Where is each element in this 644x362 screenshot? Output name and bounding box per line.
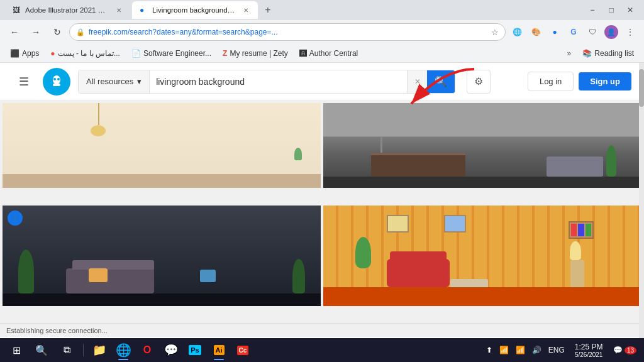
lock-icon: 🔒 <box>76 28 85 36</box>
login-button[interactable]: Log in <box>528 72 574 91</box>
network-activity-icon[interactable]: 📶 <box>497 344 511 356</box>
bookmark-star-icon[interactable]: ☆ <box>491 28 499 37</box>
volume-icon[interactable]: 🔊 <box>530 344 544 356</box>
auth-buttons: Log in Sign up <box>528 72 631 91</box>
bookmarks-more-button[interactable]: » <box>562 47 577 60</box>
filter-button[interactable]: ⚙ <box>467 70 491 94</box>
svg-rect-4 <box>53 84 60 86</box>
status-text: Establishing secure connection... <box>6 327 108 334</box>
scrollbar-track <box>639 63 644 338</box>
ai-icon: Ai <box>214 345 225 355</box>
image-grid: 👤 <box>0 101 644 323</box>
address-bar[interactable]: 🔒 freepik.com/search?dates=any&format=se… <box>69 23 506 41</box>
image-card-3[interactable]: 👤 <box>3 206 321 306</box>
bookmark-favicon-1: ● <box>50 49 55 58</box>
reading-list-button[interactable]: 📚 Reading list <box>577 47 639 60</box>
taskbar-chrome[interactable]: 🌐 <box>113 339 134 361</box>
ext-translate-btn[interactable]: 🌐 <box>508 23 526 41</box>
resource-type-dropdown[interactable]: All resources ▾ <box>79 70 150 93</box>
back-button[interactable]: ← <box>5 23 24 41</box>
tab-freepik[interactable]: ● Livingroom background Vectors... ✕ <box>132 1 258 19</box>
bookmark-software-label: Software Engineer... <box>143 49 211 58</box>
extension-icons: 🌐 🎨 ● G 🛡 👤 ⋮ <box>508 23 639 41</box>
tab-title-freepik: Livingroom background Vectors... <box>152 6 235 14</box>
tab-illustrator[interactable]: 🖼 Adobe Illustrator 2021 v25.2.3.2... ✕ <box>5 1 131 19</box>
freepik-logo[interactable] <box>43 68 70 96</box>
bookmark-contact1[interactable]: ● تماس با ما - پست... <box>45 47 125 60</box>
taskbar-whatsapp[interactable]: 💬 <box>160 339 182 361</box>
windows-taskbar: ⊞ 🔍 ⧉ 📁 🌐 O 💬 Ps Ai Cc ⬆ 📶 📶 🔊 ENG 1:25 … <box>0 338 644 362</box>
reading-list-icon: 📚 <box>582 49 592 58</box>
system-clock[interactable]: 1:25 PM 5/26/2021 <box>571 341 607 359</box>
image-card-1[interactable] <box>3 103 321 188</box>
cc-icon: Cc <box>237 346 249 355</box>
start-button[interactable]: ⊞ <box>5 339 28 361</box>
bookmark-apps-label: Apps <box>22 49 39 58</box>
language-indicator[interactable]: ENG <box>546 344 567 356</box>
clock-time: 1:25 PM <box>575 343 603 351</box>
bookmark-zety-label: My resume | Zety <box>230 49 287 58</box>
bookmark-favicon-software: 📄 <box>131 49 141 58</box>
ext-blue-btn[interactable]: ● <box>546 23 564 41</box>
reload-button[interactable]: ↻ <box>48 23 67 41</box>
taskbar-photoshop[interactable]: Ps <box>184 339 206 361</box>
ext-color-btn[interactable]: 🎨 <box>527 23 545 41</box>
taskbar-cc[interactable]: Cc <box>232 339 253 361</box>
freepik-header: ☰ All resources ▾ ✕ 🔍 ⚙ Log in <box>0 63 644 101</box>
browser-menu-button[interactable]: ⋮ <box>621 23 639 41</box>
bookmark-favicon-amazon: 🅰 <box>299 49 307 58</box>
tab-favicon-freepik: ● <box>140 6 148 14</box>
chrome-icon: 🌐 <box>116 343 131 358</box>
maximize-button[interactable]: □ <box>602 1 620 19</box>
bookmark-contact1-label: تماس با ما - پست... <box>58 49 120 58</box>
bookmark-zety[interactable]: Z My resume | Zety <box>218 47 293 60</box>
image-card-4[interactable] <box>323 206 641 306</box>
tab-close-freepik[interactable]: ✕ <box>242 6 250 14</box>
ext-shield-btn[interactable]: 🛡 <box>584 23 601 41</box>
signup-button[interactable]: Sign up <box>579 72 631 90</box>
taskbar-separator <box>83 344 84 356</box>
apps-grid-icon: ⬛ <box>10 49 19 58</box>
bookmark-amazon-label: Author Central <box>309 49 358 58</box>
up-arrow-icon[interactable]: ⬆ <box>484 344 495 356</box>
wifi-icon[interactable]: 📶 <box>513 344 528 356</box>
files-icon: 📁 <box>92 343 106 357</box>
freepik-menu-button[interactable]: ☰ <box>13 70 35 93</box>
taskbar-system-tray: ⬆ 📶 📶 🔊 ENG 1:25 PM 5/26/2021 💬 13 <box>484 341 639 359</box>
resource-type-label: All resources <box>86 77 133 86</box>
close-button[interactable]: ✕ <box>621 1 639 19</box>
notification-button[interactable]: 💬 13 <box>611 344 639 356</box>
bookmark-apps[interactable]: ⬛ Apps <box>5 47 44 60</box>
whatsapp-icon: 💬 <box>164 343 178 357</box>
scrollbar-thumb[interactable] <box>639 69 644 107</box>
dropdown-arrow-icon: ▾ <box>137 77 142 86</box>
bookmark-software-engineer[interactable]: 📄 Software Engineer... <box>126 47 216 60</box>
taskbar-illustrator[interactable]: Ai <box>208 339 230 361</box>
svg-point-2 <box>53 78 56 80</box>
ext-user-btn[interactable]: 👤 <box>602 23 620 41</box>
status-bar: Establishing secure connection... <box>0 323 644 337</box>
freepik-search-input[interactable] <box>150 70 407 93</box>
title-bar: 🖼 Adobe Illustrator 2021 v25.2.3.2... ✕ … <box>0 0 644 20</box>
image-card-2[interactable] <box>323 103 641 188</box>
ext-g-btn[interactable]: G <box>565 23 582 41</box>
search-clear-button[interactable]: ✕ <box>407 70 427 93</box>
tab-close-illustrator[interactable]: ✕ <box>114 6 123 14</box>
webpage-content: ☰ All resources ▾ ✕ 🔍 ⚙ Log in <box>0 63 644 338</box>
forward-button[interactable]: → <box>26 23 45 41</box>
tab-title-illustrator: Adobe Illustrator 2021 v25.2.3.2... <box>25 6 108 14</box>
window-controls: − □ ✕ <box>584 1 639 19</box>
nav-bar: ← → ↻ 🔒 freepik.com/search?dates=any&for… <box>0 20 644 44</box>
task-view-button[interactable]: ⧉ <box>55 339 78 361</box>
search-submit-button[interactable]: 🔍 <box>427 70 455 93</box>
taskbar-files[interactable]: 📁 <box>89 339 110 361</box>
system-icons: ⬆ 📶 📶 🔊 ENG <box>484 344 567 356</box>
notification-badge: 13 <box>625 346 636 354</box>
new-tab-button[interactable]: + <box>259 1 277 19</box>
chat-icon: 💬 <box>613 346 623 354</box>
bookmark-amazon[interactable]: 🅰 Author Central <box>294 47 363 60</box>
search-button[interactable]: 🔍 <box>30 339 53 361</box>
language-text: ENG <box>548 346 565 354</box>
minimize-button[interactable]: − <box>584 1 601 19</box>
taskbar-opera[interactable]: O <box>136 339 158 361</box>
